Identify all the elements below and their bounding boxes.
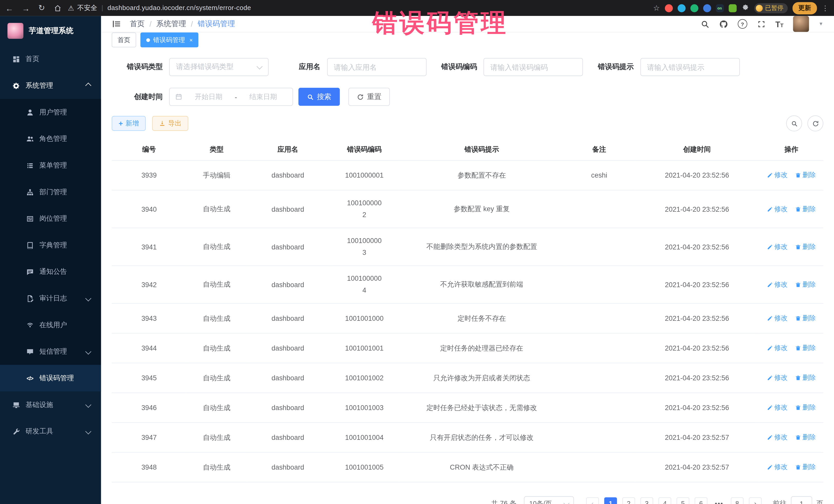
sidebar-item-error-code[interactable]: </>错误码管理 bbox=[0, 365, 101, 392]
delete-link[interactable]: 删除 bbox=[795, 403, 816, 412]
edit-link[interactable]: 修改 bbox=[767, 204, 788, 214]
error-code-input[interactable] bbox=[483, 58, 583, 76]
date-separator: - bbox=[235, 93, 237, 101]
edit-link[interactable]: 修改 bbox=[767, 280, 788, 289]
extension-lime-icon[interactable] bbox=[728, 4, 737, 12]
user-avatar[interactable] bbox=[793, 16, 809, 32]
delete-link[interactable]: 删除 bbox=[795, 463, 816, 472]
sidebar-item-sms[interactable]: 短信管理 bbox=[0, 338, 101, 365]
delete-link[interactable]: 删除 bbox=[795, 204, 816, 214]
more-pages-icon[interactable]: ••• bbox=[712, 497, 725, 504]
page-button-2[interactable]: 2 bbox=[622, 497, 635, 504]
delete-link[interactable]: 删除 bbox=[795, 242, 816, 251]
page-button-1[interactable]: 1 bbox=[604, 497, 617, 504]
page-button-5[interactable]: 5 bbox=[676, 497, 689, 504]
fullscreen-icon[interactable] bbox=[757, 20, 766, 28]
sidebar-item-dev-tool[interactable]: 研发工具 bbox=[0, 418, 101, 445]
extension-dark-icon[interactable]: on bbox=[716, 4, 724, 12]
hide-search-button[interactable] bbox=[786, 115, 802, 131]
reload-icon[interactable]: ↻ bbox=[38, 3, 45, 13]
delete-link[interactable]: 删除 bbox=[795, 344, 816, 353]
paused-badge[interactable]: 已暂停 bbox=[754, 3, 788, 13]
font-size-icon[interactable]: TT bbox=[775, 20, 784, 28]
page-button-8[interactable]: 8 bbox=[731, 497, 744, 504]
error-hint-input[interactable] bbox=[640, 58, 740, 76]
update-button[interactable]: 更新 bbox=[792, 2, 817, 14]
delete-link[interactable]: 删除 bbox=[795, 373, 816, 382]
sidebar-item-home[interactable]: 首页 bbox=[0, 46, 101, 72]
column-header: 应用名 bbox=[247, 139, 329, 160]
sidebar-menu: 首页系统管理用户管理角色管理菜单管理部门管理岗位管理字典管理通知公告审计日志在线… bbox=[0, 46, 101, 445]
app-logo[interactable]: 芋道管理系统 bbox=[0, 16, 101, 46]
sidebar-item-post[interactable]: 岗位管理 bbox=[0, 205, 101, 232]
sidebar-item-dict[interactable]: 字典管理 bbox=[0, 232, 101, 259]
sidebar-item-audit-log[interactable]: 审计日志 bbox=[0, 285, 101, 312]
page-button-3[interactable]: 3 bbox=[640, 497, 653, 504]
add-button[interactable]: + 新增 bbox=[112, 116, 146, 131]
edit-link[interactable]: 修改 bbox=[767, 403, 788, 412]
edit-link[interactable]: 修改 bbox=[767, 433, 788, 442]
app-name-input[interactable] bbox=[327, 58, 426, 76]
sidebar-item-infra[interactable]: 基础设施 bbox=[0, 392, 101, 418]
back-icon[interactable]: ← bbox=[5, 3, 13, 12]
home-icon[interactable] bbox=[53, 4, 61, 12]
security-indicator[interactable]: ⚠ 不安全 | dashboard.yudao.iocoder.cn/syste… bbox=[68, 3, 251, 12]
forward-icon[interactable]: → bbox=[22, 3, 30, 12]
extension-green-icon[interactable] bbox=[690, 4, 698, 12]
close-icon[interactable]: × bbox=[190, 37, 193, 43]
sidebar-item-label: 在线用户 bbox=[39, 320, 67, 330]
delete-link[interactable]: 删除 bbox=[795, 314, 816, 323]
edit-link[interactable]: 修改 bbox=[767, 171, 788, 180]
chevron-down-icon[interactable]: ▼ bbox=[819, 21, 823, 27]
edit-link[interactable]: 修改 bbox=[767, 463, 788, 472]
reset-button[interactable]: 重置 bbox=[349, 88, 390, 106]
edit-link[interactable]: 修改 bbox=[767, 242, 788, 251]
sidebar-item-role[interactable]: 角色管理 bbox=[0, 126, 101, 152]
page-size-select[interactable]: 10条/页 bbox=[524, 496, 574, 504]
tab-error-code[interactable]: 错误码管理× bbox=[140, 32, 199, 47]
error-type-select[interactable]: 请选择错误码类型 bbox=[169, 58, 269, 76]
date-range-picker[interactable]: 开始日期 - 结束日期 bbox=[169, 88, 293, 106]
org-icon bbox=[25, 188, 34, 196]
breadcrumb-home[interactable]: 首页 bbox=[130, 19, 145, 29]
chevron-down-icon bbox=[85, 402, 91, 408]
delete-link[interactable]: 删除 bbox=[795, 171, 816, 180]
next-page-button[interactable]: › bbox=[749, 497, 762, 504]
address-bar[interactable]: dashboard.yudao.iocoder.cn/system/error-… bbox=[108, 4, 251, 12]
prev-page-button[interactable]: ‹ bbox=[586, 497, 599, 504]
search-button[interactable]: 搜索 bbox=[299, 88, 340, 106]
edit-link[interactable]: 修改 bbox=[767, 344, 788, 353]
sidebar-item-notice[interactable]: 通知公告 bbox=[0, 258, 101, 285]
edit-link[interactable]: 修改 bbox=[767, 314, 788, 323]
sidebar-item-user[interactable]: 用户管理 bbox=[0, 99, 101, 126]
search-icon[interactable] bbox=[700, 20, 709, 28]
goto-page-input[interactable] bbox=[791, 496, 812, 504]
extension-red-icon[interactable] bbox=[665, 4, 673, 12]
cell-app: dashboard bbox=[247, 453, 329, 482]
delete-link[interactable]: 删除 bbox=[795, 433, 816, 442]
extension-blue-icon[interactable] bbox=[703, 4, 711, 12]
sidebar-item-label: 角色管理 bbox=[39, 134, 67, 144]
export-button[interactable]: 导出 bbox=[152, 116, 188, 131]
refresh-table-button[interactable] bbox=[807, 115, 823, 131]
browser-menu-icon[interactable]: ⋮ bbox=[822, 4, 829, 12]
sidebar-item-system[interactable]: 系统管理 bbox=[0, 72, 101, 99]
sidebar-item-dept[interactable]: 部门管理 bbox=[0, 179, 101, 205]
sidebar-fold-icon[interactable] bbox=[112, 19, 121, 29]
page-button-6[interactable]: 6 bbox=[695, 497, 707, 504]
github-icon[interactable] bbox=[719, 20, 728, 28]
delete-link[interactable]: 删除 bbox=[795, 280, 816, 289]
tab-home[interactable]: 首页 bbox=[112, 32, 136, 47]
breadcrumb-system[interactable]: 系统管理 bbox=[156, 19, 186, 29]
edit-link[interactable]: 修改 bbox=[767, 373, 788, 382]
sidebar-item-online-user[interactable]: 在线用户 bbox=[0, 312, 101, 338]
help-icon[interactable]: ? bbox=[738, 19, 747, 29]
page-button-4[interactable]: 4 bbox=[658, 497, 671, 504]
sidebar-item-menu[interactable]: 菜单管理 bbox=[0, 152, 101, 179]
cell-remark bbox=[564, 393, 635, 423]
cell-code: 1001001005 bbox=[329, 453, 400, 482]
extension-teal-icon[interactable] bbox=[678, 4, 685, 12]
bookmark-star-icon[interactable]: ☆ bbox=[653, 4, 660, 12]
puzzle-extensions-icon[interactable] bbox=[741, 4, 749, 12]
export-button-label: 导出 bbox=[168, 119, 181, 128]
